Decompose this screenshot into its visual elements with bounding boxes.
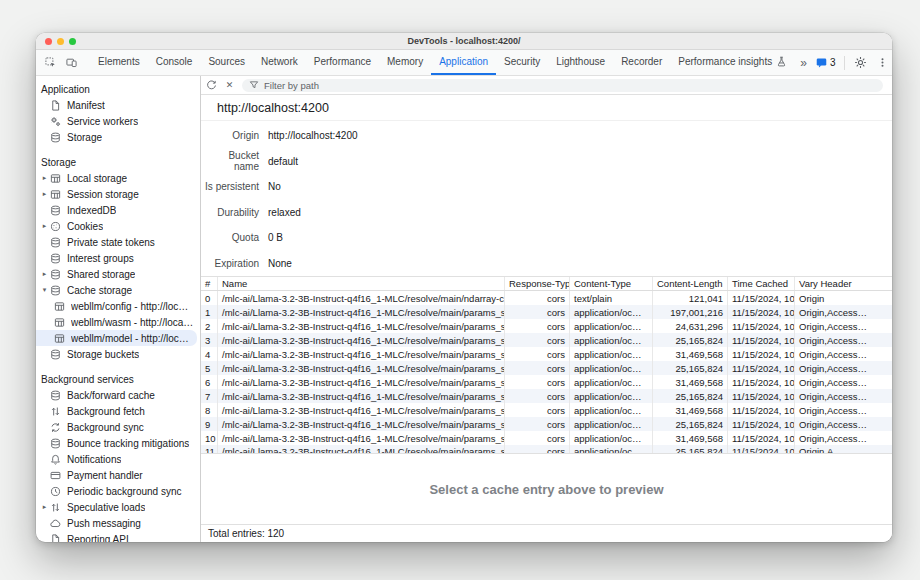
chevron-right-icon[interactable]: ▸ xyxy=(39,222,50,230)
tab-memory[interactable]: Memory xyxy=(379,50,431,75)
sidebar-item-bounce-tracking-mitigations[interactable]: Bounce tracking mitigations xyxy=(36,435,200,451)
close-icon: ✕ xyxy=(224,80,235,91)
meta-label: Bucket name xyxy=(201,150,259,172)
tab-recorder[interactable]: Recorder xyxy=(613,50,670,75)
devtools-window: DevTools - localhost:4200/ Elements Cons… xyxy=(36,33,892,542)
sidebar-item-local-storage[interactable]: ▸Local storage xyxy=(36,170,200,186)
more-options-button[interactable] xyxy=(872,57,892,68)
total-entries: Total entries: 120 xyxy=(208,528,284,539)
tab-security[interactable]: Security xyxy=(496,50,548,75)
sidebar-item-background-fetch[interactable]: Background fetch xyxy=(36,403,200,419)
sidebar-item-speculative-loads[interactable]: ▸Speculative loads xyxy=(36,499,200,515)
chevrons-right-icon: » xyxy=(800,56,806,70)
sidebar-item-storage[interactable]: Storage xyxy=(36,129,200,145)
sidebar-item-back-forward-cache[interactable]: Back/forward cache xyxy=(36,387,200,403)
table-row[interactable]: 8/mlc-ai/Llama-3.2-3B-Instruct-q4f16_1-M… xyxy=(201,403,892,417)
column-header[interactable]: Content-Type xyxy=(570,277,653,290)
minimize-window-button[interactable] xyxy=(57,38,64,45)
table-row[interactable]: 10/mlc-ai/Llama-3.2-3B-Instruct-q4f16_1-… xyxy=(201,431,892,445)
chevron-right-icon[interactable]: ▸ xyxy=(39,270,50,278)
chevron-down-icon[interactable]: ▾ xyxy=(39,286,50,294)
sidebar-item-cookies[interactable]: ▸Cookies xyxy=(36,218,200,234)
column-header[interactable]: Vary Header xyxy=(795,277,892,290)
column-header[interactable]: Response-Type xyxy=(505,277,570,290)
table-row[interactable]: 6/mlc-ai/Llama-3.2-3B-Instruct-q4f16_1-M… xyxy=(201,375,892,389)
refresh-button[interactable] xyxy=(206,80,217,91)
tab-console[interactable]: Console xyxy=(148,50,201,75)
sidebar-item-reporting-api[interactable]: Reporting API xyxy=(36,531,200,542)
meta-value: None xyxy=(268,258,292,269)
section-title-storage: Storage xyxy=(36,154,200,170)
flask-icon xyxy=(776,56,787,67)
column-header[interactable]: # xyxy=(201,277,218,290)
meta-value: default xyxy=(268,156,298,167)
sidebar-item-service-workers[interactable]: Service workers xyxy=(36,113,200,129)
gear-icon xyxy=(854,56,867,69)
more-tabs-button[interactable]: » xyxy=(795,56,811,70)
sidebar-item-payment-handler[interactable]: Payment handler xyxy=(36,467,200,483)
tab-sources[interactable]: Sources xyxy=(200,50,253,75)
table-row[interactable]: 3/mlc-ai/Llama-3.2-3B-Instruct-q4f16_1-M… xyxy=(201,333,892,347)
sidebar-item-session-storage[interactable]: ▸Session storage xyxy=(36,186,200,202)
device-toolbar-button[interactable] xyxy=(61,50,82,75)
sidebar-item-webllm-config[interactable]: webllm/config - http://loc… xyxy=(36,298,200,314)
sidebar-item-notifications[interactable]: Notifications xyxy=(36,451,200,467)
filter-box[interactable] xyxy=(242,79,883,92)
table-row[interactable]: 9/mlc-ai/Llama-3.2-3B-Instruct-q4f16_1-M… xyxy=(201,417,892,431)
tab-performance-insights[interactable]: Performance insights xyxy=(670,50,795,75)
table-icon xyxy=(54,301,65,312)
sidebar-item-indexeddb[interactable]: IndexedDB xyxy=(36,202,200,218)
database-icon xyxy=(50,132,61,143)
zoom-window-button[interactable] xyxy=(69,38,76,45)
filter-input[interactable] xyxy=(264,80,876,91)
clock-icon xyxy=(50,486,61,497)
sidebar-item-interest-groups[interactable]: Interest groups xyxy=(36,250,200,266)
cache-metadata: Originhttp://localhost:4200 Bucket named… xyxy=(201,121,892,276)
table-icon xyxy=(50,173,61,184)
issues-button[interactable]: 3 xyxy=(811,57,841,68)
column-header[interactable]: Name xyxy=(218,277,505,290)
device-toolbar-icon xyxy=(66,57,77,68)
tab-performance[interactable]: Performance xyxy=(306,50,379,75)
settings-button[interactable] xyxy=(849,56,872,69)
table-icon xyxy=(50,189,61,200)
table-row[interactable]: 7/mlc-ai/Llama-3.2-3B-Instruct-q4f16_1-M… xyxy=(201,389,892,403)
sidebar-item-cache-storage[interactable]: ▾Cache storage xyxy=(36,282,200,298)
cloud-icon xyxy=(50,518,61,529)
meta-label: Origin xyxy=(201,130,259,141)
sidebar-item-periodic-background-sync[interactable]: Periodic background sync xyxy=(36,483,200,499)
sidebar-item-push-messaging[interactable]: Push messaging xyxy=(36,515,200,531)
sidebar-item-background-sync[interactable]: Background sync xyxy=(36,419,200,435)
column-header[interactable]: Content-Length xyxy=(653,277,728,290)
sidebar-item-shared-storage[interactable]: ▸Shared storage xyxy=(36,266,200,282)
section-title-application: Application xyxy=(36,81,200,97)
inspect-element-button[interactable] xyxy=(40,50,61,75)
table-row[interactable]: 4/mlc-ai/Llama-3.2-3B-Instruct-q4f16_1-M… xyxy=(201,347,892,361)
refresh-icon xyxy=(206,80,217,91)
preview-hint: Select a cache entry above to preview xyxy=(429,482,663,497)
column-header[interactable]: Time Cached xyxy=(728,277,795,290)
table-row[interactable]: 2/mlc-ai/Llama-3.2-3B-Instruct-q4f16_1-M… xyxy=(201,319,892,333)
cache-storage-panel: ✕ http://localhost:4200 Originhttp://loc… xyxy=(201,76,892,542)
delete-selected-button[interactable]: ✕ xyxy=(224,80,235,91)
table-icon xyxy=(54,333,65,344)
chevron-right-icon[interactable]: ▸ xyxy=(39,503,50,511)
sidebar-item-manifest[interactable]: Manifest xyxy=(36,97,200,113)
sidebar-item-private-state-tokens[interactable]: Private state tokens xyxy=(36,234,200,250)
tab-application[interactable]: Application xyxy=(431,50,496,75)
tab-elements[interactable]: Elements xyxy=(90,50,148,75)
close-window-button[interactable] xyxy=(45,38,52,45)
table-row[interactable]: 5/mlc-ai/Llama-3.2-3B-Instruct-q4f16_1-M… xyxy=(201,361,892,375)
sidebar-item-storage-buckets[interactable]: Storage buckets xyxy=(36,346,200,362)
sidebar-item-webllm-wasm[interactable]: webllm/wasm - http://loca… xyxy=(36,314,200,330)
chevron-right-icon[interactable]: ▸ xyxy=(39,190,50,198)
filter-funnel-icon xyxy=(249,80,259,90)
table-row[interactable]: 0/mlc-ai/Llama-3.2-3B-Instruct-q4f16_1-M… xyxy=(201,291,892,305)
table-row-clipped[interactable]: 11/mlc-ai/Llama-3.2-3B-Instruct-q4f16_1-… xyxy=(201,445,892,453)
table-row[interactable]: 1/mlc-ai/Llama-3.2-3B-Instruct-q4f16_1-M… xyxy=(201,305,892,319)
sidebar-item-webllm-model[interactable]: webllm/model - http://loc… xyxy=(36,330,197,346)
tab-network[interactable]: Network xyxy=(253,50,306,75)
devtools-tab-bar: Elements Console Sources Network Perform… xyxy=(36,50,892,76)
tab-lighthouse[interactable]: Lighthouse xyxy=(548,50,613,75)
chevron-right-icon[interactable]: ▸ xyxy=(39,174,50,182)
